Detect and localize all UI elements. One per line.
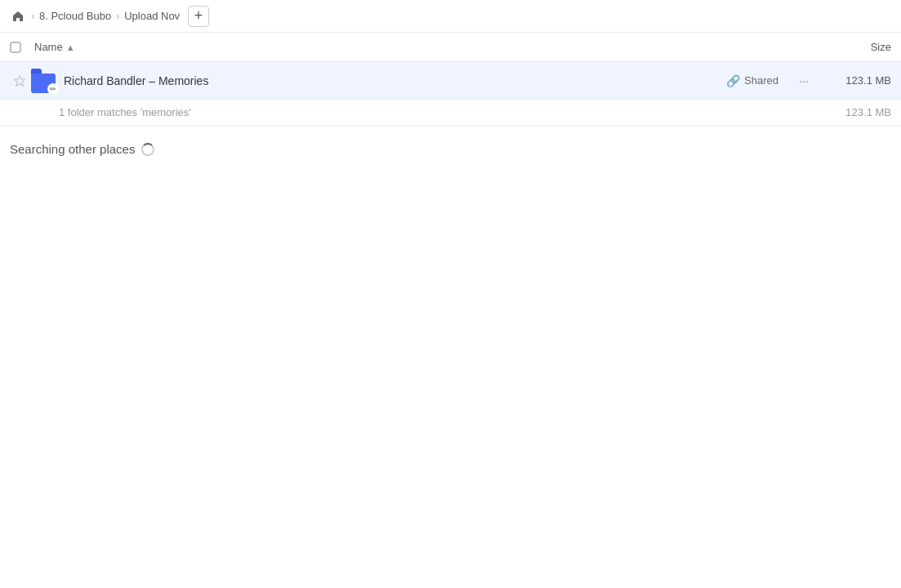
- breadcrumb-separator-2: ›: [116, 11, 119, 22]
- searching-other-places-row: Searching other places: [0, 126, 901, 166]
- column-header-row: Name ▲ Size: [0, 33, 901, 62]
- match-text: 1 folder matches 'memories': [59, 106, 191, 118]
- folder-icon: ✏: [29, 69, 59, 93]
- match-size: 123.1 MB: [845, 106, 891, 118]
- home-icon[interactable]: [10, 8, 26, 24]
- breadcrumb-separator-1: ›: [31, 11, 34, 22]
- file-name[interactable]: Richard Bandler – Memories: [64, 74, 705, 87]
- link-icon: 🔗: [726, 74, 740, 87]
- loading-spinner: [141, 143, 154, 156]
- breadcrumb-bar: › 8. Pcloud Bubo › Upload Nov +: [0, 0, 901, 33]
- select-all-checkbox[interactable]: [10, 42, 34, 53]
- name-column-header[interactable]: Name ▲: [34, 41, 810, 53]
- svg-rect-0: [11, 42, 20, 52]
- file-size: 123.1 MB: [826, 74, 891, 87]
- breadcrumb-item-uploadnov[interactable]: Upload Nov: [124, 10, 180, 22]
- pencil-badge-icon: ✏: [47, 83, 59, 95]
- add-button[interactable]: +: [188, 6, 209, 27]
- star-button[interactable]: [10, 74, 29, 87]
- size-column-header[interactable]: Size: [810, 41, 891, 53]
- shared-label: 🔗 Shared: [705, 74, 778, 87]
- more-options-button[interactable]: ···: [792, 74, 816, 87]
- breadcrumb-item-pcloud[interactable]: 8. Pcloud Bubo: [39, 10, 111, 22]
- match-info-row: 1 folder matches 'memories' 123.1 MB: [0, 100, 901, 126]
- svg-marker-1: [15, 76, 25, 86]
- file-row[interactable]: ✏ Richard Bandler – Memories 🔗 Shared ··…: [0, 62, 901, 100]
- sort-arrow-icon: ▲: [66, 42, 75, 52]
- searching-label: Searching other places: [10, 142, 135, 156]
